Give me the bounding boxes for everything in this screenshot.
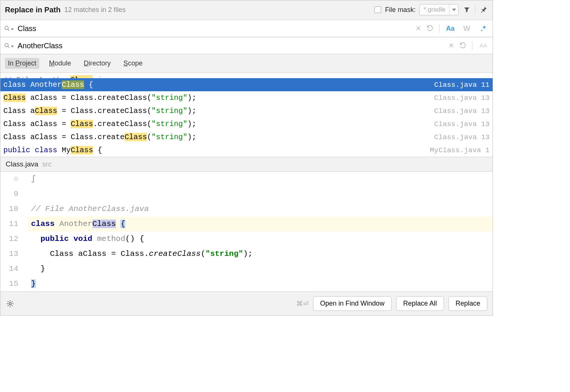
search-field-row: ✕ Aa W .* bbox=[0, 20, 493, 37]
result-file-info: Class.java 13 bbox=[434, 107, 490, 115]
preserve-case-toggle[interactable]: A“A bbox=[478, 40, 489, 51]
partial-result-row: // File AnotherClass.java bbox=[0, 73, 493, 78]
result-file-info: MyClass.java 1 bbox=[430, 146, 490, 154]
result-row[interactable]: public class MyClass {MyClass.java 1 bbox=[0, 144, 493, 157]
result-file-info: Class.java 13 bbox=[434, 94, 490, 102]
result-row[interactable]: class AnotherClass {Class.java 11 bbox=[0, 78, 493, 91]
result-row[interactable]: Class aClass = Class.createClass("string… bbox=[0, 104, 493, 117]
separator bbox=[439, 24, 439, 33]
result-file-info: Class.java 13 bbox=[434, 120, 490, 128]
svg-line-1 bbox=[8, 29, 9, 31]
replace-in-path-dialog: Replace in Path 12 matches in 2 files Fi… bbox=[0, 0, 493, 316]
preview-file-name: Class.java bbox=[6, 160, 39, 168]
filter-button[interactable] bbox=[462, 5, 471, 14]
replace-history-caret[interactable] bbox=[11, 46, 14, 48]
preview-header: Class.java src bbox=[0, 157, 493, 172]
file-mask-caret[interactable] bbox=[449, 4, 458, 15]
svg-point-2 bbox=[5, 43, 8, 47]
line-gutter: ○9101112131415 bbox=[0, 172, 24, 291]
result-file-info: Class.java 11 bbox=[434, 81, 490, 89]
file-mask-value: *.gradle bbox=[420, 6, 449, 13]
pin-icon bbox=[480, 6, 487, 14]
replace-history-icon[interactable] bbox=[459, 42, 467, 50]
code-area[interactable]: ʃ // File AnotherClass.javaclass Another… bbox=[28, 172, 493, 291]
shortcut-hint: ⌘⏎ bbox=[296, 300, 309, 308]
scope-tab-directory[interactable]: Directory bbox=[81, 58, 114, 69]
search-input[interactable] bbox=[18, 24, 416, 33]
scope-tab-in-project[interactable]: In Project bbox=[5, 58, 39, 69]
result-row[interactable]: Class aClass = Class.createClass("string… bbox=[0, 117, 493, 131]
search-history-icon[interactable] bbox=[426, 24, 434, 33]
search-history-caret[interactable] bbox=[11, 28, 14, 30]
chevron-down-icon bbox=[452, 9, 456, 11]
preview-editor[interactable]: ○9101112131415 ʃ // File AnotherClass.ja… bbox=[0, 172, 493, 291]
pin-button[interactable] bbox=[479, 5, 488, 14]
open-in-find-window-button[interactable]: Open in Find Window bbox=[313, 296, 392, 311]
replace-field-row: ✕ A“A bbox=[0, 37, 493, 54]
funnel-icon bbox=[463, 6, 470, 13]
scope-tab-module[interactable]: Module bbox=[46, 58, 74, 69]
search-icon bbox=[4, 43, 10, 49]
dialog-title: Replace in Path bbox=[5, 6, 61, 14]
clear-replace-button[interactable]: ✕ bbox=[448, 42, 454, 50]
svg-point-0 bbox=[5, 26, 8, 30]
scope-tabs: In ProjectModuleDirectoryScope bbox=[0, 54, 493, 73]
preview-path: src bbox=[42, 160, 52, 168]
match-count: 12 matches in 2 files bbox=[64, 6, 126, 14]
file-mask-combo[interactable]: *.gradle bbox=[419, 4, 459, 15]
result-row[interactable]: Class aClass = Class.createClass("string… bbox=[0, 131, 493, 144]
match-case-toggle[interactable]: Aa bbox=[445, 23, 456, 34]
replace-all-button[interactable]: Replace All bbox=[396, 296, 444, 311]
replace-button[interactable]: Replace bbox=[448, 296, 487, 311]
file-mask-checkbox[interactable] bbox=[374, 6, 381, 13]
words-toggle[interactable]: W bbox=[461, 23, 472, 34]
separator bbox=[472, 41, 472, 50]
dialog-header: Replace in Path 12 matches in 2 files Fi… bbox=[0, 0, 493, 20]
result-row[interactable]: Class aClass = Class.createClass("string… bbox=[0, 91, 493, 104]
svg-line-3 bbox=[8, 46, 9, 48]
settings-button[interactable] bbox=[6, 299, 15, 308]
file-mask-label: File mask: bbox=[385, 6, 416, 14]
separator bbox=[475, 5, 475, 14]
regex-toggle[interactable]: .* bbox=[478, 23, 489, 34]
dialog-footer: ⌘⏎ Open in Find Window Replace All Repla… bbox=[0, 291, 493, 315]
search-icon bbox=[4, 25, 10, 31]
svg-point-4 bbox=[9, 303, 11, 305]
clear-search-button[interactable]: ✕ bbox=[416, 24, 421, 33]
replace-input[interactable] bbox=[18, 42, 448, 50]
results-list: // File AnotherClass.java class AnotherC… bbox=[0, 73, 493, 157]
scope-tab-scope[interactable]: Scope bbox=[120, 58, 145, 69]
result-file-info: Class.java 13 bbox=[434, 133, 490, 141]
